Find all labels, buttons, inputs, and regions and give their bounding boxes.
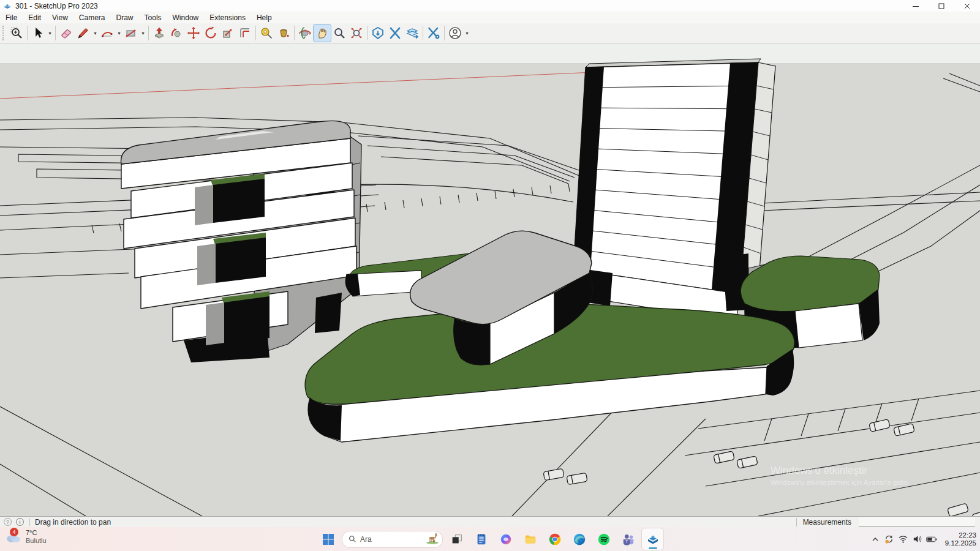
sky — [0, 43, 980, 64]
chrome-icon — [548, 533, 562, 546]
send-to-layout-icon — [405, 26, 420, 40]
clock-date: 9.12.2025 — [945, 539, 976, 547]
weather-widget[interactable]: 4 7°C Bulutlu — [5, 529, 47, 545]
eraser-tool-button[interactable] — [58, 24, 75, 42]
start-button[interactable] — [317, 528, 339, 550]
file-explorer-icon — [524, 533, 537, 546]
extension-warehouse-icon — [388, 26, 402, 40]
toolbar-grip[interactable] — [2, 26, 7, 40]
status-separator — [29, 519, 30, 526]
spotify-icon — [597, 533, 611, 546]
chrome-button[interactable] — [544, 528, 565, 550]
menu-view[interactable]: View — [47, 12, 74, 23]
select-tool-button[interactable] — [29, 24, 47, 42]
wifi-tray-icon[interactable] — [898, 534, 909, 545]
info-icon[interactable]: i — [16, 518, 24, 526]
menu-extensions[interactable]: Extensions — [204, 12, 251, 23]
notepad-icon — [475, 533, 488, 546]
svg-text:T: T — [625, 539, 628, 543]
sketchup-app-button[interactable] — [642, 528, 663, 550]
orbit-tool-button[interactable] — [296, 24, 314, 42]
file-explorer-button[interactable] — [519, 528, 541, 550]
hidden-icons-chevron[interactable] — [870, 534, 881, 545]
line-tool-dropdown[interactable]: ▾ — [92, 24, 99, 42]
search-placeholder: Ara — [360, 535, 372, 544]
edge-button[interactable] — [568, 528, 590, 550]
menu-file[interactable]: File — [0, 12, 23, 23]
toolbar: ▾ ▾ ▾ ▾ — [0, 23, 980, 43]
rectangle-icon — [124, 26, 138, 40]
follow-me-tool-button[interactable] — [168, 24, 185, 42]
select-cursor-icon — [31, 26, 45, 40]
task-view-button[interactable] — [446, 528, 467, 550]
copilot-button[interactable] — [495, 528, 516, 550]
3d-warehouse-icon — [371, 26, 385, 40]
pencil-icon — [76, 26, 91, 40]
select-tool-dropdown[interactable]: ▾ — [47, 24, 53, 42]
scale-icon — [221, 26, 235, 40]
arc-tool-dropdown[interactable]: ▾ — [116, 24, 123, 42]
status-hint: Drag in direction to pan — [35, 518, 111, 527]
help-icon[interactable]: ? — [4, 518, 12, 526]
move-tool-button[interactable] — [185, 24, 202, 42]
extension-manager-button[interactable] — [425, 24, 442, 42]
zoom-extents-tool-button[interactable] — [348, 24, 365, 42]
zoom-tool-button[interactable] — [331, 24, 348, 42]
push-pull-tool-button[interactable] — [151, 24, 168, 42]
window-title: 301 - SketchUp Pro 2023 — [15, 2, 98, 10]
extension-warehouse-button[interactable] — [386, 24, 404, 42]
sign-in-button[interactable] — [447, 24, 464, 42]
sketchup-taskbar-icon — [646, 532, 660, 547]
clock-time: 22:23 — [945, 531, 976, 539]
paint-bucket-tool-button[interactable] — [275, 24, 292, 42]
battery-tray-icon[interactable] — [926, 534, 937, 545]
paint-bucket-icon — [276, 26, 291, 40]
weather-alert-badge: 4 — [10, 528, 18, 536]
3d-warehouse-button[interactable] — [369, 24, 386, 42]
zoom-window-tool-button[interactable] — [8, 24, 25, 42]
windows-logo-icon — [322, 533, 335, 546]
weather-condition: Bulutlu — [26, 537, 47, 545]
menu-help[interactable]: Help — [251, 12, 277, 23]
volume-tray-icon[interactable] — [912, 534, 923, 545]
edge-icon — [573, 533, 586, 546]
menu-window[interactable]: Window — [167, 12, 205, 23]
measurements-input[interactable] — [859, 517, 975, 527]
rectangle-tool-button[interactable] — [123, 24, 140, 42]
line-tool-button[interactable] — [75, 24, 92, 42]
pan-hand-icon — [315, 26, 330, 40]
eraser-icon — [59, 26, 74, 40]
model-viewport[interactable]: Windows'u etkinleştir Windows'u etkinleş… — [0, 43, 980, 516]
close-button[interactable] — [954, 0, 980, 12]
menu-draw[interactable]: Draw — [111, 12, 139, 23]
tape-measure-tool-button[interactable] — [258, 24, 275, 42]
sign-in-dropdown[interactable]: ▾ — [464, 24, 470, 42]
measurements-separator — [796, 518, 797, 527]
teams-icon: T — [622, 533, 635, 546]
teams-button[interactable]: T — [617, 528, 639, 550]
measurements-label: Measurements — [803, 518, 851, 527]
scene-canvas[interactable] — [0, 43, 980, 516]
taskbar-clock[interactable]: 22:23 9.12.2025 — [945, 531, 976, 547]
minimize-button[interactable] — [903, 0, 929, 12]
rotate-tool-button[interactable] — [202, 24, 219, 42]
scale-tool-button[interactable] — [219, 24, 236, 42]
menu-edit[interactable]: Edit — [23, 12, 47, 23]
zoom-extents-icon — [349, 26, 364, 40]
spotify-button[interactable] — [593, 528, 614, 550]
zoom-window-icon — [9, 26, 24, 40]
menu-camera[interactable]: Camera — [74, 12, 111, 23]
pan-tool-button[interactable] — [314, 24, 331, 42]
search-daily-image[interactable] — [424, 532, 440, 546]
offset-tool-button[interactable] — [236, 24, 254, 42]
orbit-icon — [298, 26, 312, 40]
notepad-button[interactable] — [470, 528, 492, 550]
sync-tray-icon[interactable] — [884, 534, 895, 545]
rectangle-tool-dropdown[interactable]: ▾ — [140, 24, 146, 42]
arc-tool-button[interactable] — [99, 24, 116, 42]
send-to-layout-button[interactable] — [404, 24, 421, 42]
taskbar-search[interactable]: Ara — [342, 531, 443, 548]
maximize-button[interactable] — [929, 0, 954, 12]
menu-tools[interactable]: Tools — [139, 12, 167, 23]
task-view-icon — [450, 533, 464, 546]
